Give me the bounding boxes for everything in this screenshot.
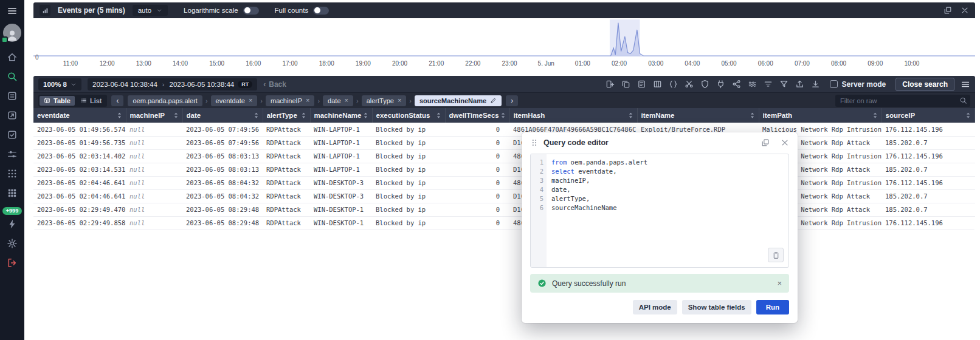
sidebar-item-incidents[interactable]	[7, 110, 18, 121]
list-view-button[interactable]: List	[76, 96, 106, 106]
sidebar-item-fields[interactable]	[7, 149, 18, 160]
table-row[interactable]: 2023-06-05 02:29:49.858null2023-06-05 08…	[33, 216, 975, 229]
full-counts-toggle[interactable]: Full counts	[275, 7, 330, 15]
popout-icon[interactable]	[944, 6, 952, 15]
export-icon[interactable]	[795, 80, 804, 89]
back-button[interactable]: ‹ Back	[263, 80, 286, 89]
sidebar-item-home[interactable]	[7, 52, 18, 63]
show-table-fields-button[interactable]: Show table fields	[682, 300, 751, 314]
table-row[interactable]: 2023-06-05 02:04:46.641null2023-06-05 08…	[33, 176, 975, 189]
stream-icon[interactable]	[748, 80, 757, 89]
server-mode-toggle[interactable]: Server mode	[830, 80, 886, 89]
code-line-6[interactable]: sourceMachineName	[551, 203, 784, 212]
main-menu-button[interactable]	[7, 5, 18, 16]
source-chip[interactable]: oem.panda.paps.alert	[128, 95, 202, 106]
sort-icon[interactable]	[301, 111, 306, 120]
close-icon[interactable]	[961, 6, 969, 15]
sidebar-item-settings[interactable]	[7, 238, 18, 249]
sidebar-item-integrations[interactable]	[7, 188, 18, 199]
search-icon[interactable]	[959, 97, 967, 104]
column-header-itemName[interactable]: itemName	[637, 108, 759, 123]
column-header-date[interactable]: date	[182, 108, 263, 123]
plugin-icon[interactable]	[716, 80, 725, 89]
interval-select[interactable]: auto	[133, 5, 168, 16]
toast-close-icon[interactable]: ×	[777, 279, 782, 288]
sort-icon[interactable]	[500, 111, 506, 120]
code-line-3[interactable]: machineIP,	[551, 176, 784, 185]
popout-icon[interactable]	[761, 138, 770, 147]
sidebar-item-logout[interactable]	[7, 257, 18, 268]
sort-icon[interactable]	[254, 111, 259, 120]
log-scale-switch[interactable]	[243, 7, 259, 15]
column-header-eventdate[interactable]: eventdate	[33, 108, 126, 123]
code-line-5[interactable]: alertType,	[551, 194, 784, 203]
time-range-picker[interactable]: 2023-06-04 10:38:44 › 2023-06-05 10:38:4…	[88, 78, 257, 90]
column-header-machineName[interactable]: machineName	[310, 108, 372, 123]
code-braces-icon[interactable]	[669, 80, 678, 89]
zoom-select[interactable]: 100% 8	[38, 78, 81, 90]
sidebar-item-search[interactable]	[7, 71, 18, 82]
sort-icon[interactable]	[117, 111, 122, 120]
column-header-alertType[interactable]: alertType	[263, 108, 310, 123]
close-search-button[interactable]: Close search	[895, 78, 954, 91]
sort-icon[interactable]	[872, 111, 878, 120]
field-chip-alertType[interactable]: alertType×	[362, 95, 407, 106]
chips-scroll-right[interactable]: ›	[506, 95, 518, 106]
download-icon[interactable]	[811, 80, 820, 89]
log-scale-toggle[interactable]: Logarithmic scale	[184, 7, 258, 15]
column-header-itemPath[interactable]: itemPath	[759, 108, 882, 123]
table-row[interactable]: 2023-06-05 02:04:46.641null2023-06-05 08…	[33, 189, 975, 203]
field-chip-date[interactable]: date×	[323, 95, 353, 106]
query-code-editor[interactable]: 123456 from oem.panda.paps.alertselect e…	[530, 154, 789, 268]
pencil-icon[interactable]	[490, 97, 497, 104]
sort-icon[interactable]	[363, 111, 368, 120]
copy-query-button[interactable]	[768, 248, 784, 262]
sort-icon[interactable]	[628, 111, 633, 120]
server-mode-checkbox[interactable]	[830, 80, 838, 88]
add-column-icon[interactable]	[606, 80, 615, 89]
table-row[interactable]: 2023-06-05 01:49:56.574null2023-06-05 07…	[33, 123, 975, 136]
field-chip-eventdate[interactable]: eventdate×	[211, 95, 258, 106]
dialog-close-icon[interactable]	[781, 138, 789, 147]
column-header-sourceIP[interactable]: sourceIP	[882, 108, 975, 123]
table-view-button[interactable]: Table	[40, 96, 75, 106]
sidebar-item-notifications[interactable]: +999	[2, 207, 22, 215]
report-icon[interactable]	[637, 80, 646, 89]
raw-filter-input[interactable]	[835, 95, 970, 107]
toolbar-menu-icon[interactable]	[961, 80, 970, 89]
full-counts-switch[interactable]	[313, 7, 329, 15]
cut-icon[interactable]	[685, 80, 694, 89]
field-chip-machineIP[interactable]: machineIP×	[266, 95, 314, 106]
sort-icon[interactable]	[173, 111, 179, 120]
field-chip-sourceMachineName[interactable]: sourceMachineName	[415, 95, 502, 106]
table-row[interactable]: 2023-06-05 01:49:56.735null2023-06-05 07…	[33, 136, 975, 149]
remove-chip-icon[interactable]: ×	[398, 97, 401, 104]
table-row[interactable]: 2023-06-05 02:03:14.531null2023-06-05 08…	[33, 163, 975, 176]
remove-chip-icon[interactable]: ×	[249, 97, 252, 104]
share-icon[interactable]	[732, 80, 741, 89]
events-chart[interactable]: 0	[33, 18, 975, 59]
filter-lines-icon[interactable]	[764, 80, 773, 89]
table-row[interactable]: 2023-06-05 02:03:14.402null2023-06-05 08…	[33, 149, 975, 163]
remove-chip-icon[interactable]: ×	[306, 97, 309, 104]
code-line-4[interactable]: date,	[551, 185, 784, 194]
sort-icon[interactable]	[436, 111, 441, 120]
column-header-itemHash[interactable]: itemHash	[509, 108, 637, 123]
sidebar-item-alerts[interactable]	[7, 90, 18, 101]
sidebar-item-automation[interactable]	[7, 219, 18, 229]
code-line-1[interactable]: from oem.panda.paps.alert	[551, 158, 784, 167]
sidebar-item-cases[interactable]	[7, 129, 18, 140]
shield-icon[interactable]	[700, 80, 709, 89]
user-avatar[interactable]	[3, 24, 21, 42]
sort-icon[interactable]	[965, 111, 971, 120]
editor-code[interactable]: from oem.panda.paps.alertselect eventdat…	[547, 154, 788, 267]
column-header-machineIP[interactable]: machineIP	[126, 108, 182, 123]
sort-icon[interactable]	[750, 111, 755, 120]
chart-type-button[interactable]	[40, 5, 50, 16]
drag-handle-icon[interactable]	[530, 138, 539, 147]
run-button[interactable]: Run	[756, 300, 789, 314]
table-row[interactable]: 2023-06-05 02:29:49.470null2023-06-05 08…	[33, 203, 975, 216]
columns-icon[interactable]	[653, 80, 662, 89]
api-mode-button[interactable]: API mode	[633, 300, 677, 314]
copy-rows-icon[interactable]	[621, 80, 630, 89]
